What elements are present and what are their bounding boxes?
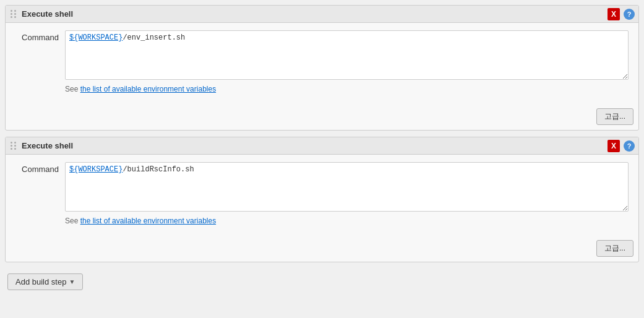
build-step-1-header: Execute shell X ?: [6, 6, 638, 23]
env-link-2[interactable]: the list of available environment variab…: [80, 217, 216, 225]
command-row-1: Command ${WORKSPACE}/env_insert.sh: [15, 30, 629, 80]
command-input-1[interactable]: ${WORKSPACE}/env_insert.sh: [65, 30, 629, 80]
command-label-2: Command: [15, 162, 65, 174]
add-build-step-row: Add build step ▼: [5, 269, 639, 295]
env-link-prefix-2: See: [65, 217, 80, 225]
add-build-step-dropdown-arrow: ▼: [69, 278, 75, 285]
env-link-1[interactable]: the list of available environment variab…: [80, 85, 216, 93]
build-step-2: Execute shell X ? Command ${WORKSPACE}/b…: [5, 137, 639, 262]
advanced-btn-row-2: 고급...: [6, 238, 638, 262]
advanced-button-1[interactable]: 고급...: [596, 108, 633, 125]
build-step-2-header: Execute shell X ?: [6, 137, 638, 155]
close-step-2-button[interactable]: X: [608, 140, 620, 152]
build-step-1-body: Command ${WORKSPACE}/env_insert.sh See t…: [6, 23, 638, 106]
command-label-1: Command: [15, 30, 65, 42]
env-link-row-1: See the list of available environment va…: [65, 85, 629, 93]
env-link-row-2: See the list of available environment va…: [65, 217, 629, 225]
advanced-button-2[interactable]: 고급...: [596, 240, 633, 257]
build-step-2-body: Command ${WORKSPACE}/buildRscInfo.sh See…: [6, 155, 638, 238]
help-step-2-button[interactable]: ?: [624, 140, 635, 152]
step-2-title: Execute shell: [22, 141, 73, 150]
step-1-title: Execute shell: [22, 9, 73, 19]
drag-handle-2[interactable]: [11, 142, 17, 150]
add-build-step-button[interactable]: Add build step ▼: [7, 273, 83, 290]
drag-handle-1[interactable]: [11, 10, 17, 18]
main-container: Execute shell X ? Command ${WORKSPACE}/e…: [0, 0, 644, 300]
close-step-1-button[interactable]: X: [608, 8, 620, 20]
command-row-2: Command ${WORKSPACE}/buildRscInfo.sh: [15, 162, 629, 212]
add-build-step-label: Add build step: [15, 277, 66, 286]
help-step-1-button[interactable]: ?: [624, 9, 635, 20]
build-step-1: Execute shell X ? Command ${WORKSPACE}/e…: [5, 5, 639, 131]
advanced-btn-row-1: 고급...: [6, 106, 638, 130]
env-link-prefix-1: See: [65, 85, 80, 93]
command-input-2[interactable]: ${WORKSPACE}/buildRscInfo.sh: [65, 162, 629, 212]
